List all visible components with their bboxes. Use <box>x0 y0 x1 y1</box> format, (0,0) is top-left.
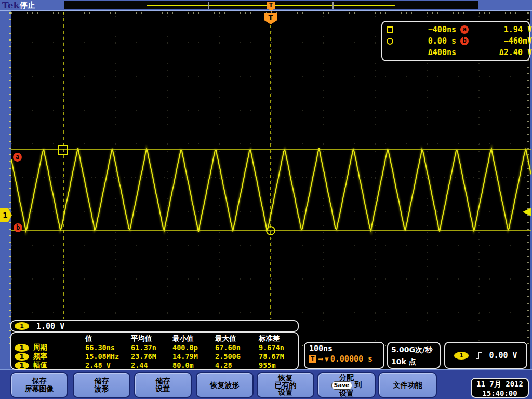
trigger-t-icon: T <box>309 355 316 363</box>
menu-button-recall-waveform[interactable]: 恢复波形 <box>196 372 254 398</box>
save-badge: Save <box>331 381 352 390</box>
col-value: 值 <box>85 334 131 343</box>
button-label: 屏幕图像 <box>25 385 54 393</box>
circle-cursor-icon <box>387 38 393 45</box>
meas-value: 15.08MHz <box>85 352 131 361</box>
meas-min: 80.0m <box>172 361 215 369</box>
meas-label: 幅值 <box>33 361 85 370</box>
cursor-a-badge: a <box>13 153 22 162</box>
acquisition-box: 5.00G次/秒 10k 点 <box>387 342 441 369</box>
measurement-row-amplitude: 1 幅值 2.48 V 2.44 80.0m 4.28 955m <box>15 361 298 369</box>
meas-max: 67.60n <box>215 343 259 352</box>
cursor-b-badge-icon: b <box>460 37 469 45</box>
cursor-delta-time: Δ400ns <box>399 48 456 57</box>
button-label-with-save-badge: Save 到 <box>331 381 362 390</box>
oscilloscope-screen: Tek 停止 T a b 1 T −400ns <box>0 0 532 399</box>
menu-button-file-utilities[interactable]: 文件功能 <box>378 372 437 398</box>
cursor-a-value: 1.94 V <box>474 25 532 34</box>
button-label: 文件功能 <box>393 381 422 389</box>
screen-top-edge <box>0 10 532 11</box>
meas-mean: 61.37n <box>131 343 172 352</box>
channel-1-badge: 1 <box>15 344 29 352</box>
button-label: 设置 <box>278 389 293 396</box>
meas-label: 频率 <box>33 352 85 361</box>
square-cursor-icon <box>387 26 393 33</box>
channel-1-scale: 1.00 V <box>36 322 64 331</box>
button-label: 储存 <box>156 377 170 385</box>
datetime-box: 11 7月 2012 15:40:00 <box>471 378 529 398</box>
meas-label: 周期 <box>33 343 85 352</box>
channel-1-badge: 1 <box>15 353 29 361</box>
menu-button-save-screen-image[interactable]: 保存 屏幕图像 <box>10 372 68 398</box>
col-max: 最大值 <box>215 334 259 343</box>
meas-min: 400.0p <box>172 343 215 352</box>
measurement-table: 值 平均值 最小值 最大值 标准差 1 周期 66.30ns 61.37n 40… <box>10 332 299 370</box>
menu-button-recall-setup[interactable]: 恢复 已有的 设置 <box>257 372 314 398</box>
cursor-b-value: −460mV <box>474 36 532 46</box>
date-value: 11 7月 2012 <box>474 379 525 389</box>
acquisition-status: 停止 <box>20 1 35 10</box>
cursor-2-time: 0.00 s <box>399 36 456 46</box>
meas-value: 66.30ns <box>85 343 131 352</box>
record-trigger-t-icon: T <box>267 2 275 9</box>
col-min: 最小值 <box>172 334 215 343</box>
button-label: 到 <box>354 380 362 389</box>
meas-max: 4.28 <box>215 361 259 369</box>
meas-min: 14.79M <box>172 352 215 361</box>
timebase-scale: 100ns <box>309 344 379 353</box>
meas-stddev: 78.67M <box>259 352 299 361</box>
meas-mean: 2.44 <box>131 361 172 369</box>
time-value: 15:40:00 <box>474 389 525 398</box>
cursor-1-time: −400ns <box>399 25 456 34</box>
cursor-b-badge: b <box>14 223 22 232</box>
measurement-row-period: 1 周期 66.30ns 61.37n 400.0p 67.60n 9.674n <box>15 343 298 352</box>
cursor-delta-value: Δ2.40 V <box>474 48 532 57</box>
cursor-a-badge-icon: a <box>460 25 469 34</box>
tek-logo: Tek <box>2 0 19 10</box>
menu-button-assign-save[interactable]: 分配 Save 到 设置 <box>317 372 376 398</box>
button-label: 设置 <box>156 385 170 393</box>
trigger-box: 1 0.00 V <box>444 342 527 369</box>
arrow-down-icon: ▼ <box>325 356 329 362</box>
meas-max: 2.500G <box>215 352 259 361</box>
menu-button-save-waveform[interactable]: 储存 波形 <box>73 372 130 398</box>
meas-value: 2.48 V <box>85 361 131 369</box>
trigger-position-value: 0.00000 s <box>330 354 373 364</box>
meas-stddev: 955m <box>259 361 299 369</box>
channel-scale-box: 1 1.00 V <box>10 320 299 332</box>
channel-1-badge: 1 <box>15 322 29 330</box>
channel-1-badge: 1 <box>15 362 29 369</box>
measurement-header-row: 值 平均值 最小值 最大值 标准差 <box>15 334 298 343</box>
sample-rate: 5.00G次/秒 <box>391 344 436 356</box>
record-view: T <box>64 1 478 9</box>
measurement-row-frequency: 1 频率 15.08MHz 23.76M 14.79M 2.500G 78.67… <box>15 352 298 361</box>
record-window-bracket-right <box>332 2 334 9</box>
timebase-box: 100ns T → ▼ 0.00000 s <box>304 342 384 369</box>
rising-edge-icon <box>475 352 483 360</box>
arrow-right-icon: → <box>318 355 323 363</box>
button-label: 恢复波形 <box>210 381 240 389</box>
button-label: 已有的 <box>275 381 297 389</box>
trigger-level-value: 0.00 V <box>489 351 517 360</box>
button-label: 恢复 <box>278 374 293 381</box>
col-stddev: 标准差 <box>259 334 299 343</box>
button-label: 分配 <box>339 374 354 381</box>
button-label: 储存 <box>95 377 109 385</box>
trigger-source-badge: 1 <box>454 352 469 360</box>
record-window-bracket-left <box>208 2 209 9</box>
meas-mean: 23.76M <box>131 352 172 361</box>
menu-button-save-setup[interactable]: 储存 设置 <box>134 372 192 398</box>
meas-stddev: 9.674n <box>259 343 299 352</box>
top-status-bar: Tek 停止 T <box>0 0 532 10</box>
col-mean: 平均值 <box>131 334 172 343</box>
cursor-readout-box: −400ns a 1.94 V 0.00 s b −460mV Δ400ns Δ… <box>381 21 530 61</box>
button-label: 波形 <box>95 385 109 393</box>
button-label: 设置 <box>339 390 354 397</box>
record-length: 10k 点 <box>391 356 436 368</box>
button-label: 保存 <box>32 377 47 385</box>
